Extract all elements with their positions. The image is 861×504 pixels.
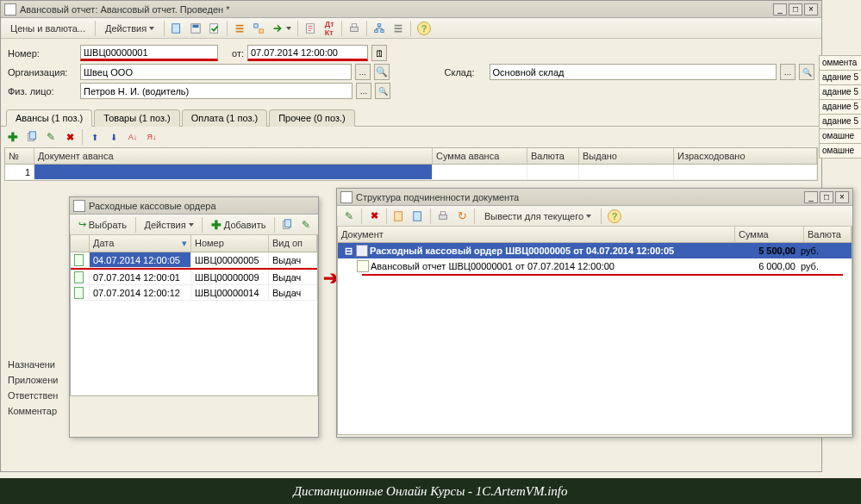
col-currency[interactable]: Валюта <box>527 148 579 164</box>
dk-icon[interactable]: ДтКт <box>321 20 338 37</box>
edit-row-icon[interactable]: ✎ <box>42 128 59 146</box>
orders-grid[interactable]: Дата ▾ Номер Вид оп 04.07.2014 12:00:05 … <box>70 235 318 396</box>
main-toolbar: Цены и валюта... Действия ДтКт ? <box>1 18 821 39</box>
move-up-icon[interactable]: ⬆ <box>86 128 103 146</box>
copy-row-icon[interactable] <box>23 128 41 146</box>
warehouse-select-button[interactable]: … <box>780 64 795 80</box>
warehouse-input[interactable]: Основной склад <box>490 64 777 80</box>
move-down-icon[interactable]: ⬇ <box>105 128 122 146</box>
person-open-button[interactable]: 🔍 <box>375 83 390 99</box>
col-number[interactable]: Номер <box>191 235 269 252</box>
structure-grid[interactable]: Документ Сумма Валюта ⊟ Расходный кассов… <box>337 227 852 435</box>
report-icon[interactable] <box>302 20 319 37</box>
table-row[interactable]: 1 <box>5 165 817 180</box>
related-icon[interactable] <box>250 20 267 37</box>
delete-row-icon[interactable]: ✖ <box>61 128 78 146</box>
warehouse-open-button[interactable]: 🔍 <box>799 64 814 80</box>
main-titlebar[interactable]: Авансовый отчет: Авансовый отчет. Провед… <box>1 1 821 18</box>
post-icon[interactable] <box>206 20 223 37</box>
svg-rect-4 <box>254 23 258 27</box>
col-spent[interactable]: Израсходовано <box>674 148 817 164</box>
list-item[interactable]: омашне <box>819 143 861 159</box>
comment-strip[interactable]: оммента <box>819 55 861 71</box>
save-icon[interactable] <box>187 20 204 37</box>
movements-icon[interactable] <box>231 20 248 37</box>
col-date[interactable]: Дата ▾ <box>90 235 191 252</box>
grid-toolbar: ✚ ✎ ✖ ⬆ ⬇ А↓ Я↓ <box>1 127 821 147</box>
add-row-icon[interactable]: ✚ <box>4 128 22 146</box>
list-item[interactable]: адание 5 <box>819 99 861 115</box>
actions-dropdown[interactable]: Действия <box>99 20 160 37</box>
print-icon[interactable] <box>434 208 452 225</box>
org-select-button[interactable]: … <box>355 64 371 80</box>
tab-advances[interactable]: Авансы (1 поз.) <box>6 109 92 127</box>
list-item[interactable]: адание 5 <box>819 70 861 85</box>
col-currency[interactable]: Валюта <box>804 227 852 242</box>
select-button[interactable]: ↪Выбрать <box>73 216 132 233</box>
edit-icon[interactable]: ✎ <box>340 208 358 225</box>
org-open-button[interactable]: 🔍 <box>374 64 390 80</box>
output-current-dropdown[interactable]: Вывести для текущего <box>478 208 597 225</box>
advances-grid[interactable]: № Документ аванса Сумма аванса Валюта Вы… <box>4 147 818 181</box>
refresh-icon[interactable]: ↻ <box>453 208 471 225</box>
orders-titlebar[interactable]: Расходные кассовые ордера <box>70 197 318 215</box>
col-document[interactable]: Документ <box>338 227 735 242</box>
col-type[interactable]: Вид оп <box>269 235 317 252</box>
collapse-icon[interactable]: ⊟ <box>345 246 353 257</box>
structure-toolbar: ✎ ✖ ↻ Вывести для текущего ? <box>337 206 852 227</box>
list-item[interactable]: омашне <box>819 128 861 144</box>
table-row[interactable]: 07.07.2014 12:00:01 ШВЦ00000009 Выдач <box>71 270 317 285</box>
add-button[interactable]: ✚Добавить <box>206 216 271 233</box>
col-document[interactable]: Документ аванса <box>34 148 433 164</box>
form-area: Номер: ШВЦ00000001 от: 07.07.2014 12:00:… <box>1 39 821 105</box>
person-input[interactable]: Петров Н. И. (водитель) <box>80 83 353 99</box>
new-icon[interactable] <box>168 20 185 37</box>
org-input[interactable]: Швец ООО <box>80 64 352 80</box>
responsible-label: Ответствен <box>8 390 58 406</box>
close-button[interactable]: × <box>804 3 818 16</box>
maximize-button[interactable]: □ <box>820 191 833 203</box>
calendar-icon[interactable]: 🗓 <box>371 45 387 61</box>
minimize-button[interactable]: _ <box>804 191 818 203</box>
tab-other[interactable]: Прочее (0 поз.) <box>269 109 354 127</box>
find-in-tree-icon[interactable] <box>409 208 427 225</box>
sort-desc-icon[interactable]: Я↓ <box>143 128 160 146</box>
tab-goods[interactable]: Товары (1 поз.) <box>94 109 179 127</box>
orders-actions-dropdown[interactable]: Действия <box>140 216 199 233</box>
col-number[interactable]: № <box>5 148 34 164</box>
goto-dropdown[interactable] <box>269 20 294 37</box>
help-icon[interactable]: ? <box>415 20 434 37</box>
date-input[interactable]: 07.07.2014 12:00:00 <box>247 45 368 61</box>
structure-icon[interactable] <box>371 20 388 37</box>
prices-currency-button[interactable]: Цены и валюта... <box>4 20 91 37</box>
col-sum[interactable]: Сумма <box>735 227 804 242</box>
row-doc-cell[interactable] <box>34 165 433 179</box>
delete-icon[interactable]: ✖ <box>365 208 383 225</box>
structure-titlebar[interactable]: Структура подчиненности документа _ □ × <box>337 189 852 206</box>
close-button[interactable]: × <box>835 191 849 203</box>
sort-asc-icon[interactable]: А↓ <box>124 128 141 146</box>
table-row[interactable]: 07.07.2014 12:00:12 ШВЦ00000014 Выдач <box>71 285 317 301</box>
tab-payment[interactable]: Оплата (1 поз.) <box>182 109 267 127</box>
footer-banner: Дистанционные Онлайн Курсы - 1C.ArtemVM.… <box>0 478 861 504</box>
print-icon[interactable] <box>346 20 363 37</box>
orders-window: Расходные кассовые ордера ↪Выбрать Дейст… <box>69 196 319 438</box>
list-item[interactable]: адание 5 <box>819 84 861 100</box>
minimize-button[interactable]: _ <box>773 3 787 16</box>
copy-icon[interactable] <box>278 216 296 233</box>
edit-icon[interactable]: ✎ <box>297 216 315 233</box>
col-sum[interactable]: Сумма аванса <box>433 148 527 164</box>
find-in-list-icon[interactable] <box>390 208 408 225</box>
tree-row[interactable]: Авансовый отчет ШВЦ00000001 от 07.07.201… <box>338 258 852 274</box>
list-icon[interactable] <box>390 20 407 37</box>
col-issued[interactable]: Выдано <box>579 148 674 164</box>
help-icon[interactable]: ? <box>605 208 624 225</box>
tree-row-selected[interactable]: ⊟ Расходный кассовый ордер ШВЦ00000005 о… <box>338 243 852 258</box>
maximize-button[interactable]: □ <box>789 3 802 16</box>
table-row[interactable]: 04.07.2014 12:00:05 ШВЦ00000005 Выдач <box>71 252 317 268</box>
org-label: Организация: <box>8 67 77 78</box>
list-item[interactable]: адание 5 <box>819 114 861 129</box>
person-select-button[interactable]: … <box>356 83 371 99</box>
number-input[interactable]: ШВЦ00000001 <box>80 45 218 61</box>
grid-empty-area[interactable] <box>71 301 317 395</box>
